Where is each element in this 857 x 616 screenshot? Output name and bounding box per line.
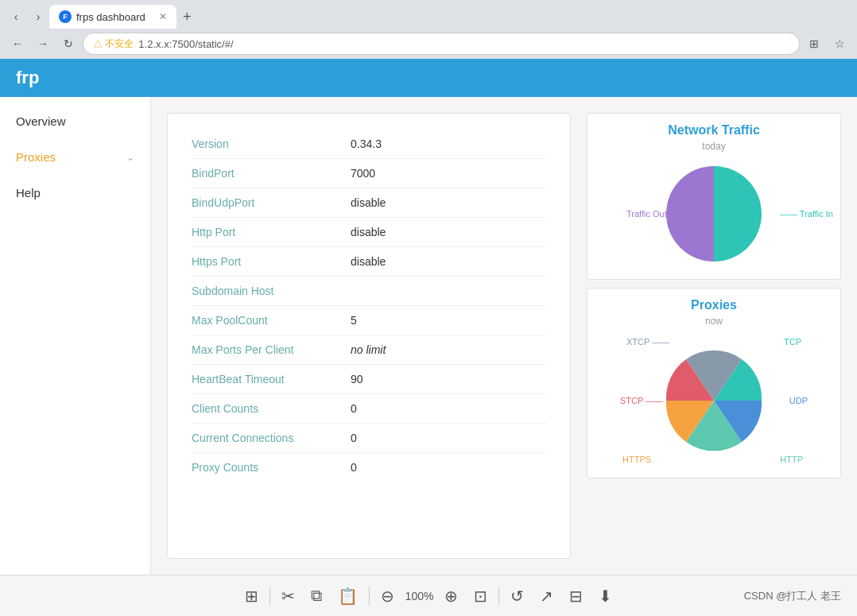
refresh-icon[interactable]: ↺ <box>506 583 529 609</box>
info-row-currentconnections: Current Connections 0 <box>192 424 546 453</box>
sidebar-label-help: Help <box>16 186 41 200</box>
value-proxycounts: 0 <box>351 461 357 474</box>
fullscreen-icon[interactable]: ⊡ <box>469 583 492 609</box>
proxies-pie-chart <box>658 345 770 456</box>
value-currentconnections: 0 <box>351 432 357 444</box>
tab-back-button[interactable]: ‹ <box>5 6 27 28</box>
info-row-clientcounts: Client Counts 0 <box>192 394 546 424</box>
network-chart-title: Network Traffic <box>668 123 760 138</box>
tab-forward-button[interactable]: › <box>27 6 49 28</box>
value-httpsport: disable <box>351 255 386 268</box>
sidebar-label-overview: Overview <box>16 114 66 128</box>
http-label: HTTP <box>780 455 803 464</box>
udp-label: UDP <box>789 396 808 405</box>
copy-icon[interactable]: ⧉ <box>306 583 327 608</box>
label-heartbeat: HeartBeat Timeout <box>192 373 351 385</box>
value-version: 0.34.3 <box>351 138 382 150</box>
csdn-watermark: CSDN @打工人 老王 <box>744 589 841 603</box>
label-proxycounts: Proxy Counts <box>192 461 351 474</box>
value-clientcounts: 0 <box>351 402 357 415</box>
tab-title: frps dashboard <box>76 11 145 23</box>
info-row-bindudpport: BindUdpPort disable <box>192 188 546 218</box>
sidebar-item-help[interactable]: Help <box>0 175 150 211</box>
bottom-toolbar: ⊞ ✂ ⧉ 📋 ⊖ 100% ⊕ ⊡ ↺ ↗ ⊟ ⬇ CSDN @打工人 老王 <box>0 575 857 616</box>
scissors-icon[interactable]: ✂ <box>277 583 300 609</box>
download-icon[interactable]: ⬇ <box>594 583 617 609</box>
divider-3 <box>498 587 499 606</box>
info-row-heartbeat: HeartBeat Timeout 90 <box>192 365 546 394</box>
value-bindport: 7000 <box>351 167 375 180</box>
main-content: Version 0.34.3 BindPort 7000 BindUdpPort… <box>151 97 857 575</box>
browser-tab[interactable]: F frps dashboard ✕ <box>49 5 176 29</box>
value-maxpoolcount: 5 <box>351 314 357 327</box>
app-header: frp <box>0 59 857 97</box>
sidebar-item-overview[interactable]: Overview <box>0 103 150 139</box>
zoom-level: 100% <box>405 590 434 602</box>
crop-icon[interactable]: ⊟ <box>564 583 587 609</box>
network-traffic-card: Network Traffic today Traffic Out —— <box>587 113 841 280</box>
label-version: Version <box>192 138 351 150</box>
info-row-subdomainhost: Subdomain Host <box>192 277 546 306</box>
translate-button[interactable]: ⊞ <box>803 33 825 55</box>
sidebar-item-proxies[interactable]: Proxies ⌄ <box>0 139 150 175</box>
stcp-label: STCP —— <box>620 396 663 405</box>
label-bindport: BindPort <box>192 167 351 180</box>
proxies-chart-card: Proxies now <box>587 288 841 478</box>
charts-panel: Network Traffic today Traffic Out —— <box>587 113 841 559</box>
bookmark-button[interactable]: ☆ <box>828 33 851 55</box>
reload-button[interactable]: ↻ <box>57 33 79 55</box>
tcp-label: TCP <box>784 337 801 347</box>
proxies-chart-title: Proxies <box>691 298 737 312</box>
label-httpport: Http Port <box>192 226 351 238</box>
tab-favicon: F <box>59 10 72 23</box>
back-button[interactable]: ← <box>6 33 29 55</box>
divider-1 <box>270 587 270 606</box>
app-logo: frp <box>16 68 39 88</box>
info-row-httpsport: Https Port disable <box>192 247 546 277</box>
info-row-maxportsperclient: Max Ports Per Client no limit <box>192 335 546 365</box>
label-maxpoolcount: Max PoolCount <box>192 314 351 327</box>
divider-2 <box>369 587 370 606</box>
label-maxportsperclient: Max Ports Per Client <box>192 343 351 356</box>
info-row-httpport: Http Port disable <box>192 218 546 247</box>
info-row-bindport: BindPort 7000 <box>192 159 546 188</box>
new-tab-button[interactable]: + <box>176 9 198 25</box>
zoom-out-icon[interactable]: ⊖ <box>376 583 399 609</box>
value-maxportsperclient: no limit <box>351 343 386 356</box>
info-row-version: Version 0.34.3 <box>192 130 546 159</box>
label-httpsport: Https Port <box>192 255 351 268</box>
value-heartbeat: 90 <box>351 373 363 385</box>
label-clientcounts: Client Counts <box>192 402 351 415</box>
url-text: 1.2.x.x:7500/static/#/ <box>138 38 233 50</box>
label-bindudpport: BindUdpPort <box>192 196 351 209</box>
sidebar-label-proxies: Proxies <box>16 150 56 164</box>
label-subdomainhost: Subdomain Host <box>192 285 351 297</box>
tab-close-button[interactable]: ✕ <box>159 11 167 22</box>
info-row-maxpoolcount: Max PoolCount 5 <box>192 306 546 335</box>
network-chart-subtitle: today <box>702 141 725 152</box>
address-bar[interactable]: △ 不安全 1.2.x.x:7500/static/#/ <box>83 33 800 55</box>
label-currentconnections: Current Connections <box>192 432 351 444</box>
grid-icon[interactable]: ⊞ <box>240 583 263 609</box>
sidebar: Overview Proxies ⌄ Help <box>0 97 151 575</box>
traffic-out-label: Traffic Out —— <box>626 209 687 219</box>
https-label: HTTPS <box>622 455 651 464</box>
info-row-proxycounts: Proxy Counts 0 <box>192 453 546 482</box>
value-bindudpport: disable <box>351 196 386 209</box>
security-warning: △ 不安全 <box>93 37 134 51</box>
paste-icon[interactable]: 📋 <box>333 583 363 609</box>
proxies-chart-subtitle: now <box>705 316 723 327</box>
forward-button[interactable]: → <box>32 33 54 55</box>
info-panel: Version 0.34.3 BindPort 7000 BindUdpPort… <box>167 113 571 559</box>
zoom-in-icon[interactable]: ⊕ <box>440 583 463 609</box>
open-external-icon[interactable]: ↗ <box>535 583 558 609</box>
chevron-down-icon: ⌄ <box>126 152 134 163</box>
value-httpport: disable <box>351 226 386 238</box>
xtcp-label: XTCP —— <box>626 337 669 347</box>
traffic-in-label: —— Traffic In <box>780 209 833 219</box>
